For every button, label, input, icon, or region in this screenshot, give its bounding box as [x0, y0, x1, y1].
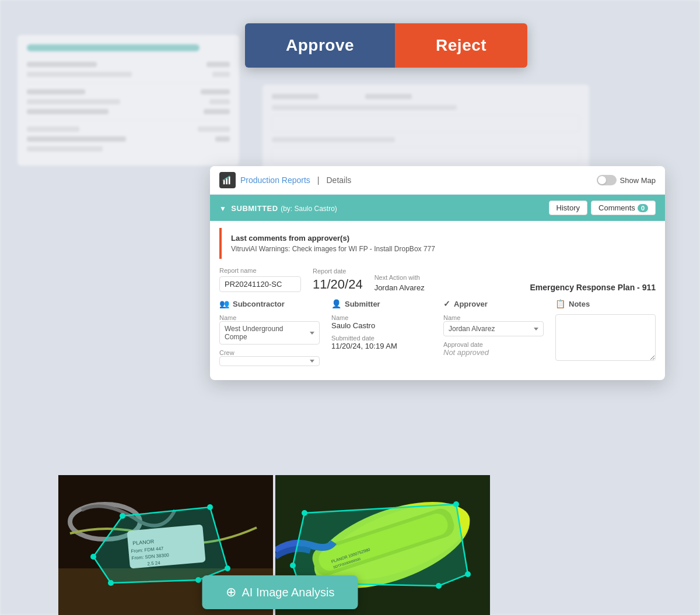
- submitter-name-value: Saulo Castro: [331, 321, 432, 330]
- crew-select[interactable]: [219, 356, 320, 366]
- submitter-label: Submitter: [345, 300, 380, 308]
- top-form-row: Report name Report date 11/20/24 Next Ac…: [219, 267, 656, 292]
- alert-text: VitruviAI Warnings: Check images for WI …: [231, 245, 646, 253]
- notes-section: 📋 Notes: [555, 299, 656, 371]
- report-date-group: Report date 11/20/24: [313, 268, 363, 292]
- report-name-group: Report name: [219, 267, 301, 292]
- approve-button[interactable]: Approve: [245, 23, 395, 68]
- alert-bar: Last comments from approver(s) VitruviAI…: [219, 228, 656, 259]
- status-left: ▼ SUBMITTED (by: Saulo Castro): [219, 203, 337, 213]
- report-date-value: 11/20/24: [313, 277, 363, 292]
- reject-button[interactable]: Reject: [395, 23, 527, 68]
- chevron-icon: ▼: [219, 205, 226, 213]
- chart-icon: [222, 175, 233, 185]
- submitted-date-label: Submitted date: [331, 335, 432, 342]
- action-buttons: Approve Reject: [245, 23, 527, 68]
- status-buttons: History Comments 0: [549, 201, 656, 215]
- approver-chevron-icon: [534, 328, 538, 331]
- svg-point-17: [207, 504, 213, 510]
- toggle-knob: [598, 176, 606, 184]
- svg-point-19: [195, 577, 201, 583]
- report-name-label: Report name: [219, 267, 301, 274]
- svg-point-33: [436, 583, 442, 589]
- breadcrumb-link[interactable]: Production Reports: [240, 175, 310, 185]
- submitter-title: 👤 Submitter: [331, 299, 432, 308]
- svg-point-32: [465, 571, 471, 577]
- svg-point-18: [225, 565, 230, 571]
- next-action-value: Jordan Alvarez: [374, 283, 425, 292]
- approval-date-label: Approval date: [443, 341, 544, 348]
- subcontractor-icon: 👥: [219, 299, 229, 308]
- report-name-input[interactable]: [219, 276, 301, 292]
- submitted-date-field: Submitted date 11/20/24, 10:19 AM: [331, 335, 432, 350]
- approval-date-value: Not approved: [443, 348, 544, 357]
- report-date-label: Report date: [313, 268, 363, 275]
- sections-row: 👥 Subcontractor Name West Underground Co…: [219, 299, 656, 371]
- svg-point-5: [229, 176, 230, 177]
- notes-textarea[interactable]: [555, 314, 656, 361]
- show-map-toggle[interactable]: Show Map: [597, 175, 656, 185]
- subcontractor-section: 👥 Subcontractor Name West Underground Co…: [219, 299, 320, 371]
- breadcrumb-separator: |: [317, 175, 320, 185]
- crew-chevron-icon: [310, 360, 314, 363]
- comments-count-badge: 0: [638, 204, 648, 212]
- svg-point-3: [223, 180, 224, 181]
- subcontractor-name-label: Name: [219, 314, 320, 321]
- breadcrumb-current: Details: [326, 175, 351, 185]
- submitter-name-field: Name Saulo Castro: [331, 314, 432, 330]
- card-header: Production Reports | Details Show Map: [210, 166, 665, 195]
- comments-label: Comments: [598, 203, 635, 212]
- crew-field: Crew: [219, 349, 320, 366]
- svg-rect-1: [226, 178, 228, 184]
- svg-point-30: [302, 510, 307, 516]
- history-button[interactable]: History: [549, 201, 587, 215]
- subcontractor-name-value: West Underground Compe: [225, 325, 307, 341]
- svg-marker-29: [293, 504, 468, 586]
- subcontractor-label: Subcontractor: [233, 300, 285, 308]
- notes-icon: 📋: [555, 299, 565, 308]
- map-toggle-switch[interactable]: [597, 175, 617, 185]
- approver-name-field: Name Jordan Alvarez: [443, 314, 544, 336]
- ai-label: AI Image Analysis: [242, 586, 335, 599]
- approver-name-select[interactable]: Jordan Alvarez: [443, 321, 544, 336]
- approver-label: Approver: [454, 300, 488, 308]
- chevron-down-icon: [310, 332, 314, 335]
- approver-section: ✓ Approver Name Jordan Alvarez Approval …: [443, 299, 544, 371]
- approver-icon: ✓: [443, 299, 450, 308]
- form-area: Report name Report date 11/20/24 Next Ac…: [210, 259, 665, 380]
- submitted-date-value: 11/20/24, 10:19 AM: [331, 342, 432, 350]
- alert-title: Last comments from approver(s): [231, 234, 646, 243]
- status-bar: ▼ SUBMITTED (by: Saulo Castro) History C…: [210, 195, 665, 221]
- svg-point-21: [90, 554, 96, 560]
- comments-badge-group: Comments 0: [598, 203, 648, 212]
- subcontractor-title: 👥 Subcontractor: [219, 299, 320, 308]
- next-action-label: Next Action with: [374, 274, 425, 281]
- notes-title: 📋 Notes: [555, 299, 656, 308]
- svg-point-35: [290, 563, 296, 568]
- svg-point-31: [453, 501, 459, 507]
- svg-point-16: [120, 513, 125, 519]
- approver-name-label: Name: [443, 314, 544, 321]
- subcontractor-name-select[interactable]: West Underground Compe: [219, 321, 320, 345]
- status-label: SUBMITTED: [231, 204, 278, 213]
- main-card: Production Reports | Details Show Map ▼ …: [210, 166, 665, 380]
- images-area: PLANOR From: FDM 447 From: SDN 38300 2.5…: [58, 475, 502, 615]
- notes-label: Notes: [569, 300, 590, 308]
- crew-label: Crew: [219, 349, 320, 356]
- card-header-left: Production Reports | Details: [219, 172, 351, 188]
- comments-button[interactable]: Comments 0: [591, 201, 656, 215]
- approval-date-field: Approval date Not approved: [443, 341, 544, 357]
- approver-title: ✓ Approver: [443, 299, 544, 308]
- status-by: (by: Saulo Castro): [281, 205, 337, 213]
- subcontractor-name-field: Name West Underground Compe: [219, 314, 320, 345]
- submitter-section: 👤 Submitter Name Saulo Castro Submitted …: [331, 299, 432, 371]
- ai-analysis-button[interactable]: ⊕ AI Image Analysis: [202, 575, 358, 609]
- production-reports-icon: [219, 172, 236, 188]
- submitter-icon: 👤: [331, 299, 341, 308]
- emergency-text: Emergency Response Plan - 911: [530, 283, 656, 292]
- svg-rect-0: [223, 180, 225, 184]
- submitter-name-label: Name: [331, 314, 432, 321]
- next-action-group: Next Action with Jordan Alvarez: [374, 274, 425, 292]
- svg-point-20: [108, 580, 114, 586]
- svg-rect-2: [229, 177, 230, 185]
